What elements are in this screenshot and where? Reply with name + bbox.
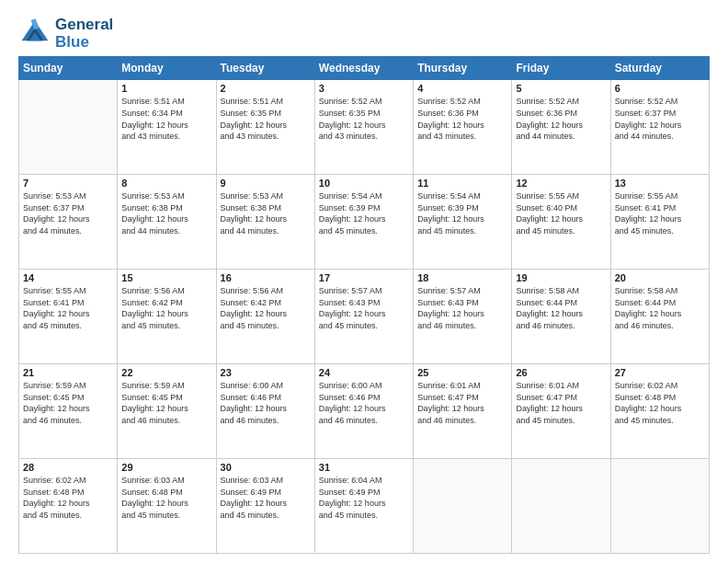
- day-number: 27: [615, 367, 705, 378]
- day-info: Sunrise: 5:54 AM Sunset: 6:39 PM Dayligh…: [417, 190, 507, 236]
- calendar-cell: 31Sunrise: 6:04 AM Sunset: 6:49 PM Dayli…: [314, 459, 413, 554]
- calendar-header-monday: Monday: [118, 57, 216, 80]
- day-number: 23: [221, 367, 311, 378]
- day-info: Sunrise: 6:01 AM Sunset: 6:47 PM Dayligh…: [417, 380, 507, 426]
- day-info: Sunrise: 6:00 AM Sunset: 6:46 PM Dayligh…: [319, 380, 409, 426]
- day-info: Sunrise: 5:55 AM Sunset: 6:40 PM Dayligh…: [516, 190, 606, 236]
- calendar-cell: 21Sunrise: 5:59 AM Sunset: 6:45 PM Dayli…: [19, 364, 118, 459]
- day-info: Sunrise: 5:58 AM Sunset: 6:44 PM Dayligh…: [516, 285, 606, 331]
- calendar-cell: 12Sunrise: 5:55 AM Sunset: 6:40 PM Dayli…: [512, 175, 610, 270]
- day-info: Sunrise: 5:54 AM Sunset: 6:39 PM Dayligh…: [319, 190, 409, 236]
- day-number: 30: [221, 462, 311, 473]
- calendar-cell: 2Sunrise: 5:51 AM Sunset: 6:35 PM Daylig…: [216, 80, 314, 175]
- calendar-cell: [610, 459, 709, 554]
- day-number: 5: [516, 83, 606, 94]
- day-info: Sunrise: 5:51 AM Sunset: 6:35 PM Dayligh…: [221, 96, 311, 142]
- day-info: Sunrise: 5:52 AM Sunset: 6:35 PM Dayligh…: [319, 96, 409, 142]
- day-number: 10: [319, 178, 409, 189]
- calendar-cell: 3Sunrise: 5:52 AM Sunset: 6:35 PM Daylig…: [314, 80, 413, 175]
- logo-text-blue: Blue: [55, 34, 113, 52]
- day-number: 12: [516, 178, 606, 189]
- logo-icon: [18, 17, 51, 51]
- calendar-cell: 28Sunrise: 6:02 AM Sunset: 6:48 PM Dayli…: [19, 459, 118, 554]
- day-number: 16: [221, 272, 311, 283]
- day-number: 19: [516, 272, 606, 283]
- calendar-cell: 7Sunrise: 5:53 AM Sunset: 6:37 PM Daylig…: [19, 175, 118, 270]
- calendar-cell: 4Sunrise: 5:52 AM Sunset: 6:36 PM Daylig…: [414, 80, 512, 175]
- day-number: 13: [615, 178, 705, 189]
- day-number: 8: [121, 178, 211, 189]
- calendar-cell: 1Sunrise: 5:51 AM Sunset: 6:34 PM Daylig…: [118, 80, 216, 175]
- day-number: 6: [615, 83, 705, 94]
- calendar-cell: 16Sunrise: 5:56 AM Sunset: 6:42 PM Dayli…: [216, 270, 314, 364]
- day-number: 7: [23, 178, 113, 189]
- header: General Blue: [18, 17, 710, 51]
- calendar-header-wednesday: Wednesday: [314, 57, 413, 80]
- calendar-week-4: 28Sunrise: 6:02 AM Sunset: 6:48 PM Dayli…: [19, 459, 710, 554]
- calendar-cell: [512, 459, 610, 554]
- calendar-cell: 5Sunrise: 5:52 AM Sunset: 6:36 PM Daylig…: [512, 80, 610, 175]
- day-info: Sunrise: 6:00 AM Sunset: 6:46 PM Dayligh…: [221, 380, 311, 426]
- day-number: 24: [319, 367, 409, 378]
- day-number: 2: [221, 83, 311, 94]
- day-info: Sunrise: 5:59 AM Sunset: 6:45 PM Dayligh…: [121, 380, 211, 426]
- day-number: 25: [417, 367, 507, 378]
- calendar-cell: 24Sunrise: 6:00 AM Sunset: 6:46 PM Dayli…: [314, 364, 413, 459]
- day-info: Sunrise: 5:53 AM Sunset: 6:37 PM Dayligh…: [23, 190, 113, 236]
- day-info: Sunrise: 5:53 AM Sunset: 6:38 PM Dayligh…: [121, 190, 211, 236]
- calendar-cell: 26Sunrise: 6:01 AM Sunset: 6:47 PM Dayli…: [512, 364, 610, 459]
- day-info: Sunrise: 5:57 AM Sunset: 6:43 PM Dayligh…: [319, 285, 409, 331]
- calendar-cell: 29Sunrise: 6:03 AM Sunset: 6:48 PM Dayli…: [118, 459, 216, 554]
- day-number: 20: [615, 272, 705, 283]
- calendar-cell: 13Sunrise: 5:55 AM Sunset: 6:41 PM Dayli…: [610, 175, 709, 270]
- calendar-cell: 17Sunrise: 5:57 AM Sunset: 6:43 PM Dayli…: [314, 270, 413, 364]
- day-info: Sunrise: 5:55 AM Sunset: 6:41 PM Dayligh…: [23, 285, 113, 331]
- logo-text-general: General: [55, 17, 113, 34]
- day-number: 11: [417, 178, 507, 189]
- calendar-cell: 30Sunrise: 6:03 AM Sunset: 6:49 PM Dayli…: [216, 459, 314, 554]
- calendar-header-friday: Friday: [512, 57, 610, 80]
- calendar-cell: 23Sunrise: 6:00 AM Sunset: 6:46 PM Dayli…: [216, 364, 314, 459]
- day-number: 9: [221, 178, 311, 189]
- calendar-cell: 25Sunrise: 6:01 AM Sunset: 6:47 PM Dayli…: [414, 364, 512, 459]
- day-info: Sunrise: 5:52 AM Sunset: 6:37 PM Dayligh…: [615, 96, 705, 142]
- calendar-cell: 11Sunrise: 5:54 AM Sunset: 6:39 PM Dayli…: [414, 175, 512, 270]
- day-number: 18: [417, 272, 507, 283]
- calendar-cell: [414, 459, 512, 554]
- calendar-cell: 27Sunrise: 6:02 AM Sunset: 6:48 PM Dayli…: [610, 364, 709, 459]
- day-info: Sunrise: 5:58 AM Sunset: 6:44 PM Dayligh…: [615, 285, 705, 331]
- calendar-header-saturday: Saturday: [610, 57, 709, 80]
- calendar-cell: [19, 80, 118, 175]
- calendar-week-3: 21Sunrise: 5:59 AM Sunset: 6:45 PM Dayli…: [19, 364, 710, 459]
- logo: General Blue: [18, 17, 113, 51]
- day-info: Sunrise: 5:57 AM Sunset: 6:43 PM Dayligh…: [417, 285, 507, 331]
- day-info: Sunrise: 5:52 AM Sunset: 6:36 PM Dayligh…: [417, 96, 507, 142]
- day-number: 21: [23, 367, 113, 378]
- calendar-cell: 15Sunrise: 5:56 AM Sunset: 6:42 PM Dayli…: [118, 270, 216, 364]
- day-number: 3: [319, 83, 409, 94]
- day-number: 26: [516, 367, 606, 378]
- day-info: Sunrise: 5:53 AM Sunset: 6:38 PM Dayligh…: [221, 190, 311, 236]
- day-info: Sunrise: 5:52 AM Sunset: 6:36 PM Dayligh…: [516, 96, 606, 142]
- day-info: Sunrise: 5:56 AM Sunset: 6:42 PM Dayligh…: [221, 285, 311, 331]
- day-number: 31: [319, 462, 409, 473]
- day-info: Sunrise: 6:03 AM Sunset: 6:48 PM Dayligh…: [121, 475, 211, 521]
- day-number: 22: [121, 367, 211, 378]
- day-info: Sunrise: 6:02 AM Sunset: 6:48 PM Dayligh…: [615, 380, 705, 426]
- calendar-header-tuesday: Tuesday: [216, 57, 314, 80]
- calendar-header-thursday: Thursday: [414, 57, 512, 80]
- calendar-week-2: 14Sunrise: 5:55 AM Sunset: 6:41 PM Dayli…: [19, 270, 710, 364]
- day-info: Sunrise: 6:02 AM Sunset: 6:48 PM Dayligh…: [23, 475, 113, 521]
- day-number: 1: [121, 83, 211, 94]
- calendar-header-row: SundayMondayTuesdayWednesdayThursdayFrid…: [19, 57, 710, 80]
- day-info: Sunrise: 5:55 AM Sunset: 6:41 PM Dayligh…: [615, 190, 705, 236]
- day-info: Sunrise: 5:56 AM Sunset: 6:42 PM Dayligh…: [121, 285, 211, 331]
- calendar-cell: 9Sunrise: 5:53 AM Sunset: 6:38 PM Daylig…: [216, 175, 314, 270]
- calendar-cell: 14Sunrise: 5:55 AM Sunset: 6:41 PM Dayli…: [19, 270, 118, 364]
- day-info: Sunrise: 6:04 AM Sunset: 6:49 PM Dayligh…: [319, 475, 409, 521]
- day-number: 28: [23, 462, 113, 473]
- calendar-week-1: 7Sunrise: 5:53 AM Sunset: 6:37 PM Daylig…: [19, 175, 710, 270]
- day-info: Sunrise: 5:51 AM Sunset: 6:34 PM Dayligh…: [121, 96, 211, 142]
- calendar-header-sunday: Sunday: [19, 57, 118, 80]
- day-info: Sunrise: 6:03 AM Sunset: 6:49 PM Dayligh…: [221, 475, 311, 521]
